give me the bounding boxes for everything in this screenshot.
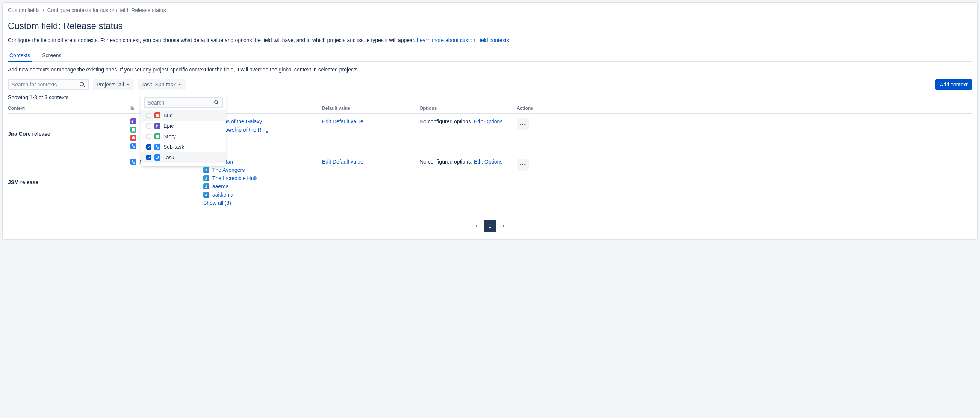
project-link[interactable]: aaeroa — [212, 183, 229, 190]
col-header-actions: Actions — [517, 105, 972, 111]
project-avatar-icon — [203, 192, 209, 198]
pagination-page-1[interactable]: 1 — [484, 220, 496, 232]
col-header-options: Options — [420, 105, 517, 111]
edit-default-link[interactable]: Edit Default value — [322, 159, 363, 164]
svg-point-0 — [156, 114, 159, 117]
subtask-icon — [130, 143, 137, 149]
tabs: Contexts Screens — [8, 49, 972, 62]
svg-point-9 — [520, 124, 521, 125]
breadcrumb-separator: / — [43, 7, 45, 13]
tab-screens[interactable]: Screens — [41, 49, 63, 62]
tab-contexts[interactable]: Contexts — [8, 49, 32, 62]
svg-point-18 — [205, 194, 207, 195]
contexts-subdescription: Add new contexts or manage the existing … — [8, 67, 972, 73]
svg-rect-5 — [134, 146, 135, 148]
pagination-next[interactable] — [498, 220, 509, 232]
dropdown-search[interactable] — [144, 97, 223, 108]
svg-rect-4 — [132, 144, 134, 146]
edit-options-link[interactable]: Edit Options — [474, 159, 503, 164]
search-input[interactable] — [12, 81, 79, 88]
svg-point-19 — [520, 164, 521, 165]
more-actions-button[interactable] — [517, 159, 529, 171]
bug-icon — [154, 112, 161, 118]
col-header-context[interactable]: Context ↑ — [8, 105, 130, 111]
chevron-down-icon — [126, 82, 130, 87]
story-icon — [154, 134, 161, 139]
chevron-left-icon — [474, 223, 479, 228]
checkbox[interactable] — [146, 134, 151, 139]
dropdown-item[interactable]: Epic — [141, 121, 226, 131]
dropdown-item[interactable]: Task — [141, 152, 226, 163]
search-icon — [213, 100, 219, 105]
breadcrumb: Custom fields / Configure contexts for c… — [8, 7, 972, 13]
page-description: Configure the field in different context… — [8, 37, 972, 43]
dropdown-item[interactable]: Sub-task — [141, 142, 226, 152]
subtask-icon — [154, 144, 161, 150]
svg-point-20 — [522, 164, 523, 165]
dropdown-item-label: Task — [164, 155, 174, 161]
story-icon — [130, 127, 137, 133]
options-text: No configured options. — [420, 159, 474, 164]
svg-point-11 — [524, 124, 525, 125]
project-link[interactable]: The Incredible Hulk — [212, 175, 258, 181]
checkbox[interactable] — [146, 144, 151, 150]
checkbox[interactable] — [146, 113, 151, 118]
show-all-link[interactable]: Show all (8) — [203, 200, 322, 206]
dropdown-item-label: Story — [164, 134, 176, 139]
page-title: Custom field: Release status — [8, 21, 972, 31]
breadcrumb-current: Configure contexts for custom field: Rel… — [47, 7, 166, 13]
learn-more-link[interactable]: Learn more about custom field contexts. — [417, 37, 511, 43]
edit-options-link[interactable]: Edit Options — [474, 118, 503, 124]
chevron-down-icon — [177, 82, 182, 87]
dropdown-item-label: Sub-task — [164, 144, 184, 150]
pagination: 1 — [8, 220, 972, 232]
dropdown-item-label: Bug — [164, 112, 173, 118]
svg-point-16 — [205, 177, 207, 179]
svg-rect-1 — [156, 145, 158, 147]
dropdown-search-input[interactable] — [148, 100, 213, 105]
project-avatar-icon — [203, 175, 209, 181]
svg-point-3 — [132, 136, 135, 139]
add-context-button[interactable]: Add context — [935, 79, 972, 90]
task-icon — [154, 155, 161, 161]
issue-type-dropdown: BugEpicStorySub-taskTask — [141, 94, 226, 166]
search-icon — [79, 81, 85, 88]
project-avatar-icon — [203, 183, 209, 190]
bug-icon — [130, 135, 137, 141]
pagination-prev[interactable] — [471, 220, 482, 232]
projects-filter[interactable]: Projects: All — [93, 79, 134, 90]
context-name: JSM release — [8, 179, 38, 185]
context-name: Jira Core release — [8, 131, 50, 137]
svg-point-17 — [205, 185, 207, 187]
dropdown-item[interactable]: Bug — [141, 110, 226, 121]
edit-default-link[interactable]: Edit Default value — [322, 118, 363, 124]
dropdown-item[interactable]: Story — [141, 131, 226, 142]
project-item: aaeroa — [203, 183, 322, 190]
svg-point-10 — [522, 124, 523, 125]
svg-rect-13 — [134, 162, 135, 164]
more-icon — [519, 121, 527, 128]
svg-point-15 — [205, 169, 207, 170]
more-actions-button[interactable] — [517, 118, 529, 131]
search-contexts[interactable] — [8, 79, 89, 90]
svg-rect-2 — [158, 147, 159, 149]
issue-types-filter[interactable]: Task, Sub-task — [138, 79, 186, 90]
epic-icon — [130, 118, 137, 124]
breadcrumb-parent[interactable]: Custom fields — [8, 7, 40, 13]
dropdown-item-label: Epic — [164, 123, 173, 129]
checkbox[interactable] — [146, 123, 151, 129]
project-item: The Avengers — [203, 167, 322, 173]
sort-arrow-icon: ↑ — [26, 106, 28, 110]
more-icon — [519, 161, 527, 168]
epic-icon — [154, 123, 161, 129]
options-text: No configured options. — [420, 118, 474, 124]
page-container: Custom fields / Configure contexts for c… — [2, 2, 978, 240]
project-link[interactable]: aaitkenia — [212, 192, 233, 198]
col-header-default: Default value — [322, 105, 420, 111]
project-item: aaitkenia — [203, 192, 322, 198]
project-link[interactable]: The Avengers — [212, 167, 245, 173]
chevron-right-icon — [501, 223, 506, 228]
subtask-icon — [130, 159, 137, 164]
checkbox[interactable] — [146, 155, 151, 160]
svg-point-21 — [524, 164, 525, 165]
